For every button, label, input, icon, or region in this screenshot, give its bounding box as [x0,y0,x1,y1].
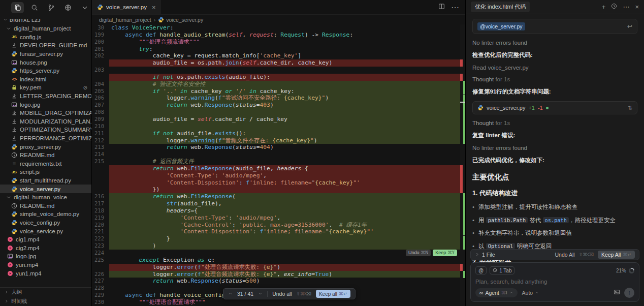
files-icon[interactable] [11,2,24,13]
code-line-deleted[interactable]: 'Content-Type': 'audio/mpeg', [92,172,465,179]
file-key-pem[interactable]: key.pem⊘ [0,83,91,92]
code-line-added[interactable]: 206 logger.warning(f"尝试访问不安全路径: {cache_k… [92,95,465,102]
file-requirements-txt[interactable]: ≡requirements.txt [0,160,91,168]
history-icon[interactable] [611,3,617,11]
keep-button[interactable]: Keep⌘Y [433,250,457,256]
code-line-added[interactable]: 211 if not audio_file.exists(): [92,130,465,137]
new-chat-icon[interactable]: + [602,3,606,11]
remote-icon[interactable] [62,2,75,13]
explorer-section-header[interactable]: DIGITAL LZJ [0,15,91,24]
code-line-added[interactable]: 207 return web.Response(status=403) [92,102,465,109]
code-line-added[interactable]: 226 logger.error(f"处理音频流请求失败: {e}", exc_… [92,271,465,278]
file-yun-mp4[interactable]: yun.mp4 [0,261,91,269]
code-line-added[interactable]: 217 str(audio_file), [92,200,465,207]
code-line-added[interactable]: 204 # 验证文件名安全性 [92,81,465,88]
code-line[interactable]: 203 [92,67,465,74]
context-at-button[interactable]: @ [475,266,487,274]
code-line[interactable]: 30class VoiceServer: [92,24,465,32]
file-developer-guide-md[interactable]: DEVELOPER_GUIDE.md [0,41,91,50]
expand-icon[interactable]: ⇅ [628,105,632,111]
file-config-js[interactable]: JSconfig.js [0,33,91,42]
thought-label[interactable]: Thought for 1s [472,76,637,82]
file-mention-chip[interactable]: @voice_server.py [477,22,525,30]
next-diff-icon[interactable] [258,291,263,297]
code-line-added[interactable]: 216 return web.FileResponse( [92,193,465,200]
file-optimization-summary-[interactable]: OPTIMIZATION_SUMMARY.... [0,126,91,134]
file-performance-optimiza-[interactable]: PERFORMANCE_OPTIMIZA... [0,134,91,143]
file-modularization-plan-md[interactable]: MODULARIZATION_PLAN.md [0,117,91,126]
restore-checkpoint-icon[interactable]: ↩ [627,23,632,30]
code-line[interactable]: 215 # 返回音频文件 [92,158,465,165]
chat-input[interactable]: Plan, search, build anything [475,279,634,288]
code-line[interactable]: 224Undo⌘NKeep⌘Y [92,250,465,257]
more-icon[interactable]: ⋯ [451,3,459,12]
file-mobile-drag-optimizati-[interactable]: MOBILE_DRAG_OPTIMIZATI... [0,109,91,117]
outline-section[interactable]: 大纲 [0,288,91,297]
send-button[interactable]: ↑ [624,288,634,298]
code-line-added[interactable]: 218 headers={ [92,207,465,215]
code-line-added[interactable]: 208 [92,109,465,116]
file-readme-md[interactable]: README.md [0,151,91,160]
file-voice-server-py[interactable]: voice_server.py [0,185,91,193]
code-line-added[interactable]: 219 'Content-Type': 'audio/mpeg', [92,215,465,222]
search-icon[interactable] [28,2,41,13]
source-control-icon[interactable] [45,2,57,13]
tab-voice-server[interactable]: voice_server.py × [92,0,161,14]
file-readme-md[interactable]: README.md [0,201,91,210]
code-line-added[interactable]: 205 if '..' in cache_key or '/' in cache… [92,88,465,95]
image-attach-icon[interactable] [614,288,620,297]
code-line-deleted[interactable]: audio_file = os.path.join(self.cache_dir… [92,59,465,67]
code-line[interactable]: 199 async def handle_audio_stream(self, … [92,32,465,39]
file-cig1-mp4[interactable]: cig1.mp4 [0,235,91,244]
code-line-added[interactable]: 221 'Content-Disposition': f'inline; fil… [92,228,465,235]
model-selector[interactable]: Auto [522,290,539,296]
code-line-deleted[interactable]: logger.error(f"处理音频流请求失败: {e}") [92,264,465,271]
code-line-added[interactable]: 212 logger.warning(f"音频文件不存在: {cache_key… [92,137,465,144]
file-start-multithread-py[interactable]: start_multithread.py [0,176,91,185]
file-yun1-mp4[interactable]: yun1.mp4 [0,269,91,278]
code-line-deleted[interactable]: if not os.path.exists(audio_file): [92,74,465,81]
file-https-server-py[interactable]: https_server.py [0,67,91,75]
code-line[interactable]: 213 return web.Response(status=404) [92,144,465,151]
folder-digital-human-voice[interactable]: digital_human_voice [0,193,91,202]
undo-button[interactable]: Undo⌘N [406,250,431,256]
keep-all-button[interactable]: Keep All ⌘↵ [598,251,635,259]
close-icon[interactable]: × [152,4,156,11]
review-files-label[interactable]: 1 File [482,252,495,258]
file-house-png[interactable]: house.png [0,58,91,67]
file-logo-jpg[interactable]: logo.jpg [0,252,91,261]
file-index-html[interactable]: <>index.html [0,75,91,84]
code-line-added[interactable]: 210 [92,123,465,130]
code-line[interactable]: 214 [92,151,465,158]
file-proxy-server-py[interactable]: proxy_server.py [0,142,91,151]
code-line[interactable]: 230 """处理语音配置请求""" [92,299,465,306]
file-simple-voice-demo-py[interactable]: simple_voice_demo.py [0,210,91,219]
file-logo-jpg[interactable]: logo.jpg [0,100,91,109]
code-line-deleted[interactable]: }) [92,186,465,193]
code-line-deleted[interactable]: 'Content-Disposition': f'inline; filenam… [92,179,465,187]
chat-tab-title[interactable]: 优化 index.html 代码 [471,2,530,12]
code-line-added[interactable]: 209 audio_file = self.cache_dir / cache_… [92,116,465,123]
breadcrumb[interactable]: digital_human_project›voice_server.py [92,15,465,24]
code-line-added[interactable]: 223 ) [92,242,465,250]
code-line-added[interactable]: 220 'Cache-Control': 'public, max-age=31… [92,222,465,229]
undo-all-button[interactable]: Undo all [272,291,292,297]
close-icon[interactable]: × [635,3,639,11]
breadcrumb-item[interactable]: digital_human_project [99,17,151,23]
more-icon[interactable]: ⋯ [623,3,629,11]
code-line-added[interactable]: 222 } [92,235,465,242]
file-letter-spacing-remov-[interactable]: LETTER_SPACING_REMOV... [0,92,91,101]
overview-ruler[interactable] [460,24,465,306]
file-script-js[interactable]: JSscript.js [0,168,91,176]
folder-digital-human-project[interactable]: digital_human_project [0,24,91,33]
code-line[interactable]: 200 """处理音频流请求""" [92,39,465,46]
breadcrumb-item[interactable]: voice_server.py [166,17,203,23]
code-line-deleted[interactable]: return web.FileResponse(audio_file, head… [92,165,465,172]
code-line[interactable]: 201 try: [92,46,465,53]
split-editor-icon[interactable] [438,3,445,12]
timeline-section[interactable]: 时间线 [0,297,91,306]
file-funasr-server-py[interactable]: funasr_server.py [0,50,91,58]
file-cig2-mp4[interactable]: cig2.mp4 [0,243,91,252]
tab-context-chip[interactable]: 1 Tab [490,266,514,274]
undo-all-button[interactable]: Undo All [555,252,575,258]
